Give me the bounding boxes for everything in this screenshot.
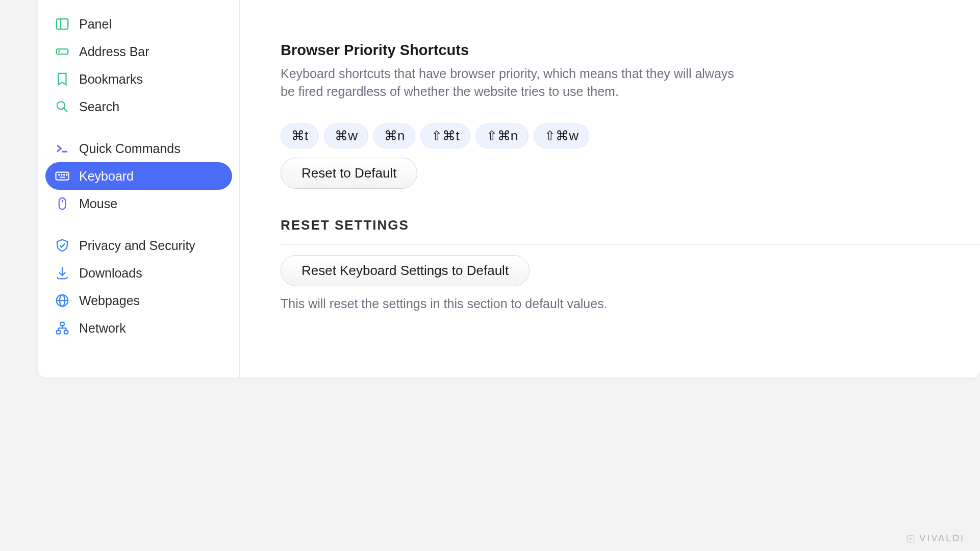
shortcut-chip[interactable]: ⌘w [324,123,368,148]
svg-line-5 [64,109,67,112]
sidebar-item-label: Network [79,321,126,336]
vivaldi-logo-icon [906,534,915,543]
sidebar-item-quick-commands[interactable]: Quick Commands [45,135,232,162]
sidebar-item-label: Address Bar [79,44,149,59]
sidebar-item-label: Webpages [79,293,140,308]
panel-icon [55,16,70,32]
sidebar-item-address-bar[interactable]: Address Bar [45,38,232,65]
svg-rect-20 [57,331,61,334]
shortcut-chip[interactable]: ⇧⌘n [475,123,529,148]
sidebar-item-label: Privacy and Security [79,238,195,253]
svg-point-11 [66,174,67,176]
sidebar-item-network[interactable]: Network [45,314,232,342]
settings-panel: Panel Address Bar Bookmarks Search [38,0,980,378]
svg-rect-0 [57,19,68,29]
svg-rect-19 [60,322,64,325]
priority-shortcuts-title: Browser Priority Shortcuts [281,42,980,59]
bookmark-icon [55,71,70,87]
vivaldi-branding: VIVALDI [906,533,965,544]
reset-settings-desc: This will reset the settings in this sec… [281,296,980,311]
shortcut-chip[interactable]: ⇧⌘t [420,123,470,148]
reset-priority-shortcuts-button[interactable]: Reset to Default [281,158,417,189]
sidebar-item-panel[interactable]: Panel [45,10,232,38]
priority-shortcuts-desc: Keyboard shortcuts that have browser pri… [281,65,740,101]
sidebar-item-bookmarks[interactable]: Bookmarks [45,65,232,93]
sidebar-item-label: Downloads [79,266,142,281]
sidebar-item-label: Bookmarks [79,72,143,87]
settings-content: Browser Priority Shortcuts Keyboard shor… [240,0,980,378]
svg-point-9 [61,174,62,176]
sidebar-item-webpages[interactable]: Webpages [45,287,232,314]
search-icon [55,99,70,114]
priority-shortcuts-list: ⌘t ⌘w ⌘n ⇧⌘t ⇧⌘n ⇧⌘w [281,112,980,148]
sidebar-item-label: Quick Commands [79,141,181,156]
reset-keyboard-settings-button[interactable]: Reset Keyboard Settings to Default [281,255,530,286]
svg-point-4 [57,102,65,109]
sidebar-item-search[interactable]: Search [45,93,232,120]
brand-text: VIVALDI [919,533,965,544]
sidebar-item-mouse[interactable]: Mouse [45,190,232,217]
shortcut-chip[interactable]: ⇧⌘w [534,123,589,148]
network-icon [55,320,70,336]
shortcut-chip[interactable]: ⌘t [281,123,319,148]
reset-settings-heading: RESET SETTINGS [281,217,980,245]
settings-sidebar: Panel Address Bar Bookmarks Search [38,0,240,378]
svg-rect-21 [64,331,68,334]
sidebar-item-downloads[interactable]: Downloads [45,259,232,287]
shortcut-chip[interactable]: ⌘n [373,123,415,148]
globe-icon [55,293,70,308]
address-bar-icon [55,44,70,59]
svg-rect-13 [59,198,66,210]
quick-commands-icon [55,141,70,156]
sidebar-item-label: Mouse [79,196,117,211]
sidebar-item-privacy[interactable]: Privacy and Security [45,232,232,259]
svg-point-10 [64,174,65,176]
mouse-icon [55,196,70,211]
keyboard-icon [55,168,70,184]
svg-rect-7 [56,172,69,180]
svg-rect-26 [908,535,915,542]
shield-icon [55,238,70,253]
sidebar-item-label: Search [79,99,119,114]
sidebar-item-label: Keyboard [79,169,134,184]
svg-point-8 [59,174,60,176]
sidebar-item-keyboard[interactable]: Keyboard [45,162,232,190]
sidebar-item-label: Panel [79,17,112,32]
download-icon [55,265,70,281]
svg-rect-2 [57,49,68,54]
